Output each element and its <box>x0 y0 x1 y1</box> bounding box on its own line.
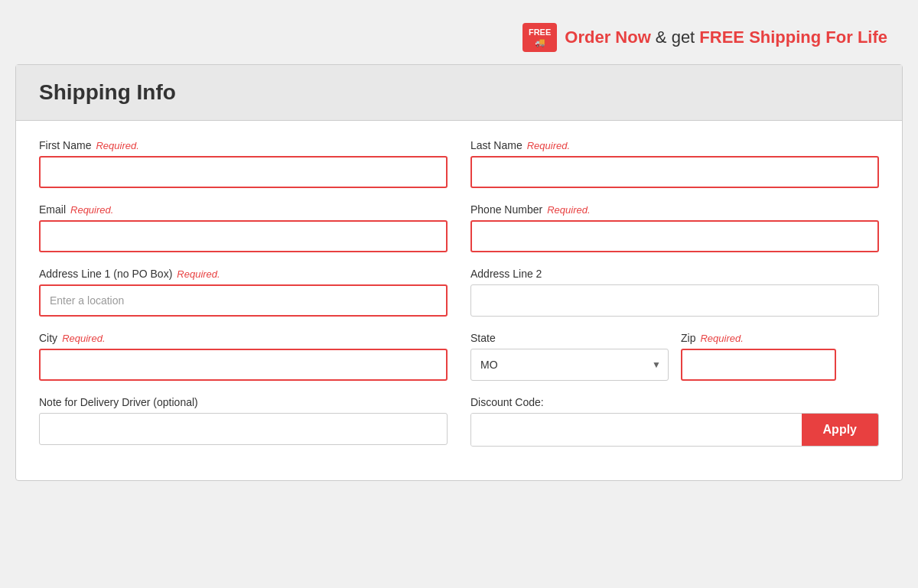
phone-label: Phone Number Required. <box>470 203 879 216</box>
free-shipping-icon: FREE 🚚 <box>522 23 557 52</box>
discount-group: Discount Code: Apply <box>470 396 879 447</box>
zip-required: Required. <box>700 333 743 344</box>
last-name-input[interactable] <box>470 156 879 188</box>
email-input[interactable] <box>39 220 448 252</box>
last-name-required: Required. <box>527 140 570 151</box>
zip-input[interactable] <box>681 349 836 381</box>
state-select-wrapper: ALAKAZARCACOCTDEFLGAHIIDILINIAKSKYLAMEMD… <box>470 349 669 381</box>
promo-free-shipping: FREE Shipping For Life <box>699 28 887 47</box>
email-label: Email Required. <box>39 203 448 216</box>
email-group: Email Required. <box>39 203 448 252</box>
address1-input[interactable] <box>39 284 448 317</box>
state-select[interactable]: ALAKAZARCACOCTDEFLGAHIIDILINIAKSKYLAMEMD… <box>470 349 669 381</box>
note-label: Note for Delivery Driver (optional) <box>39 396 448 408</box>
promo-truck-icon: 🚚 <box>535 37 545 47</box>
form-header: Shipping Info <box>16 65 902 121</box>
form-body: First Name Required. Last Name Required.… <box>16 121 902 480</box>
note-group: Note for Delivery Driver (optional) <box>39 396 448 447</box>
zip-group: Zip Required. <box>681 332 879 381</box>
state-group: State ALAKAZARCACOCTDEFLGAHIIDILINIAKSKY… <box>470 332 669 381</box>
name-row: First Name Required. Last Name Required. <box>39 139 879 188</box>
promo-banner: FREE 🚚 Order Now & get FREE Shipping For… <box>15 15 903 64</box>
address2-label: Address Line 2 <box>470 268 879 280</box>
address2-group: Address Line 2 <box>470 268 879 317</box>
city-state-zip-row: City Required. State ALAKAZARCACOCTDEFLG… <box>39 332 879 381</box>
phone-required: Required. <box>547 204 590 216</box>
address1-required: Required. <box>177 268 220 280</box>
first-name-group: First Name Required. <box>39 139 448 188</box>
first-name-input[interactable] <box>39 156 448 188</box>
note-discount-row: Note for Delivery Driver (optional) Disc… <box>39 396 879 447</box>
state-zip-group: State ALAKAZARCACOCTDEFLGAHIIDILINIAKSKY… <box>470 332 879 381</box>
promo-text: Order Now & get FREE Shipping For Life <box>565 28 887 47</box>
contact-row: Email Required. Phone Number Required. <box>39 203 879 252</box>
state-zip-inner-row: State ALAKAZARCACOCTDEFLGAHIIDILINIAKSKY… <box>470 332 879 381</box>
state-label: State <box>470 332 669 344</box>
city-required: Required. <box>62 333 105 344</box>
promo-order-now: Order Now <box>565 28 650 47</box>
apply-button[interactable]: Apply <box>802 414 878 446</box>
promo-icon-text: FREE <box>529 28 551 37</box>
phone-group: Phone Number Required. <box>470 203 879 252</box>
city-group: City Required. <box>39 332 448 381</box>
last-name-group: Last Name Required. <box>470 139 879 188</box>
phone-input[interactable] <box>470 220 879 252</box>
shipping-form-container: Shipping Info First Name Required. Last … <box>15 64 903 481</box>
city-input[interactable] <box>39 349 448 381</box>
discount-input-wrapper: Apply <box>470 413 879 447</box>
discount-label: Discount Code: <box>470 396 879 408</box>
address-row: Address Line 1 (no PO Box) Required. Add… <box>39 268 879 317</box>
note-input[interactable] <box>39 413 448 445</box>
email-required: Required. <box>70 204 113 216</box>
first-name-required: Required. <box>96 140 138 151</box>
address2-input[interactable] <box>470 284 879 317</box>
discount-input[interactable] <box>471 414 802 446</box>
zip-label: Zip Required. <box>681 332 879 344</box>
first-name-label: First Name Required. <box>39 139 448 151</box>
address1-label: Address Line 1 (no PO Box) Required. <box>39 268 448 280</box>
form-title: Shipping Info <box>39 80 879 105</box>
last-name-label: Last Name Required. <box>470 139 879 151</box>
city-label: City Required. <box>39 332 448 344</box>
address1-group: Address Line 1 (no PO Box) Required. <box>39 268 448 317</box>
